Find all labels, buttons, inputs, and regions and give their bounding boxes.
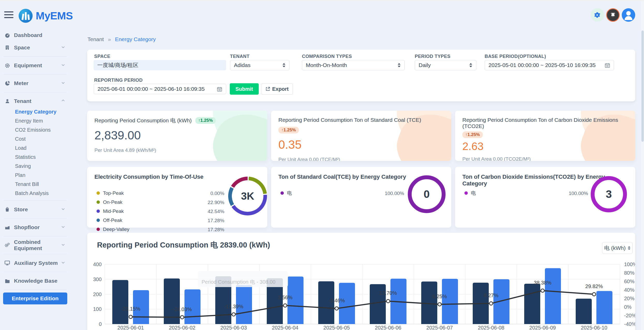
legend-pct: 17.28% bbox=[208, 227, 224, 233]
brand-logo[interactable]: MyEMS bbox=[19, 9, 73, 23]
donut-center-value: 3 bbox=[595, 180, 623, 208]
kpi-title: Reporting Period Consumption Ton of Carb… bbox=[462, 117, 628, 129]
sidebar-item-saving[interactable]: Saving bbox=[0, 162, 70, 171]
svg-text:2025-06-02: 2025-06-02 bbox=[169, 325, 195, 330]
legend-item-electricity[interactable]: 电100.00% bbox=[464, 189, 588, 198]
legend-item-deep-valley[interactable]: Deep-Valley17.28% bbox=[97, 225, 224, 234]
svg-text:2025-06-09: 2025-06-09 bbox=[529, 325, 556, 330]
kpi-value: 2.63 bbox=[462, 140, 628, 153]
svg-text:-24.03%: -24.03% bbox=[173, 306, 192, 312]
svg-text:60%: 60% bbox=[624, 279, 634, 284]
reporting-period-value: 2025-06-01 00:00:00 ~ 2025-06-10 16:09:3… bbox=[98, 86, 205, 92]
gear-icon bbox=[594, 12, 601, 18]
sidebar-item-combined-equipment[interactable]: Combined Equipment bbox=[0, 239, 70, 251]
legend-pct: 42.54% bbox=[208, 209, 224, 214]
sidebar-item-shopfloor[interactable]: Shopfloor bbox=[0, 221, 70, 234]
period-types-select[interactable]: Daily bbox=[415, 60, 476, 70]
kpi-badge: ↑1.25% bbox=[278, 127, 299, 133]
gears-icon bbox=[4, 242, 10, 248]
chevron-down-icon bbox=[61, 81, 65, 86]
legend-item-mid-peak[interactable]: Mid-Peak42.54% bbox=[97, 207, 224, 216]
legend-label: On-Peak bbox=[103, 199, 122, 205]
legend-dot bbox=[97, 191, 100, 195]
svg-text:2025-06-01: 2025-06-01 bbox=[117, 325, 144, 330]
scrollbar-track[interactable] bbox=[641, 0, 644, 330]
sidebar-divider bbox=[4, 218, 67, 219]
sidebar-item-statistics[interactable]: Statistics bbox=[0, 153, 70, 162]
export-button[interactable]: Export bbox=[261, 83, 293, 95]
monitor-icon bbox=[4, 260, 10, 266]
breadcrumb-energy-category[interactable]: Energy Category bbox=[115, 36, 156, 42]
legend-item-on-peak[interactable]: On-Peak22.90% bbox=[97, 198, 224, 207]
sidebar-item-space[interactable]: Space bbox=[0, 41, 70, 54]
svg-text:200: 200 bbox=[93, 291, 102, 297]
brand-name: MyEMS bbox=[36, 10, 73, 22]
legend-item-electricity[interactable]: 电100.00% bbox=[280, 189, 404, 198]
sidebar-item-cost[interactable]: Cost bbox=[0, 134, 70, 144]
kpi-card-electricity: Reporting Period Consumption 电 (kWh) ↑1.… bbox=[87, 111, 267, 161]
chevron-down-icon bbox=[61, 207, 65, 212]
sidebar-item-energy-item[interactable]: Energy Item bbox=[0, 116, 70, 125]
consumption-bar-chart[interactable]: 0100200300400100%80%60%40%20%0%-20%-40%2… bbox=[87, 233, 635, 330]
sidebar-item-label: Tenant bbox=[14, 98, 61, 104]
enterprise-edition-button[interactable]: Enterprise Edition bbox=[3, 292, 67, 304]
user-avatar[interactable] bbox=[622, 8, 635, 22]
comparison-types-select[interactable]: Month-On-Month bbox=[302, 60, 405, 70]
svg-text:38.38%: 38.38% bbox=[534, 280, 551, 286]
tce-donut-chart[interactable]: 0 bbox=[408, 175, 446, 213]
legend-dot bbox=[97, 219, 100, 222]
sidebar-item-co2-emissions[interactable]: CO2 Emissions bbox=[0, 125, 70, 134]
sidebar-item-store[interactable]: Store bbox=[0, 203, 70, 216]
sidebar-item-load[interactable]: Load bbox=[0, 144, 70, 153]
svg-text:0: 0 bbox=[99, 321, 102, 327]
sidebar-item-tenant-bill[interactable]: Tenant Bill bbox=[0, 180, 70, 189]
settings-button[interactable] bbox=[591, 8, 604, 22]
legend-item-top-peak[interactable]: Top-Peak0.00% bbox=[97, 189, 224, 198]
sidebar-item-batch-analysis[interactable]: Batch Analysis bbox=[0, 189, 70, 198]
reporting-period-input[interactable]: 2025-06-01 00:00:00 ~ 2025-06-10 16:09:3… bbox=[94, 84, 226, 94]
period-types-value: Daily bbox=[419, 62, 431, 68]
kpi-title: Reporting Period Consumption 电 (kWh) bbox=[94, 117, 192, 124]
filter-panel: SPACE 一度城/商场/租区 TENANT Adidas COMPARISON… bbox=[87, 50, 635, 101]
user-avatar-icon bbox=[622, 8, 635, 22]
factory-icon bbox=[4, 225, 10, 230]
svg-text:100: 100 bbox=[93, 306, 102, 312]
legend-dot bbox=[97, 200, 100, 204]
sidebar-item-plan[interactable]: Plan bbox=[0, 171, 70, 180]
base-period-input[interactable]: 2025-05-01 00:00:00 ~ 2025-05-10 16:09:3… bbox=[485, 60, 614, 70]
sidebar-item-auxiliary-system[interactable]: Auxiliary System bbox=[0, 257, 70, 269]
svg-text:80%: 80% bbox=[624, 270, 634, 276]
svg-text:-17.39%: -17.39% bbox=[224, 304, 243, 309]
svg-text:300: 300 bbox=[93, 276, 102, 282]
sidebar-item-dashboard[interactable]: Dashboard bbox=[0, 29, 70, 41]
chevron-down-icon bbox=[61, 45, 65, 50]
tenant-select[interactable]: Adidas bbox=[230, 60, 290, 70]
sidebar-divider bbox=[4, 290, 67, 290]
hamburger-menu-icon[interactable] bbox=[4, 11, 13, 19]
breadcrumb-tenant[interactable]: Tenant bbox=[87, 36, 104, 42]
legend-dot bbox=[464, 191, 468, 195]
time-of-use-donut-chart[interactable]: 3K bbox=[228, 177, 267, 215]
sidebar-item-equipment[interactable]: Equipment bbox=[0, 59, 70, 72]
chevron-down-icon bbox=[61, 243, 65, 248]
reporting-period-label: REPORTING PERIOD bbox=[94, 78, 143, 83]
scrollbar-thumb[interactable] bbox=[641, 31, 644, 142]
submit-button[interactable]: Submit bbox=[230, 83, 259, 95]
person-icon bbox=[4, 99, 10, 104]
donut-cards-row: Electricity Consumption by Time-Of-Use T… bbox=[87, 167, 635, 228]
sidebar-item-tenant[interactable]: Tenant bbox=[0, 95, 70, 107]
legend-dot bbox=[97, 209, 100, 213]
svg-text:2025-06-06: 2025-06-06 bbox=[375, 325, 401, 330]
tco2e-donut-chart[interactable]: 3 bbox=[591, 176, 627, 212]
legend-item-off-peak[interactable]: Off-Peak17.28% bbox=[97, 216, 224, 225]
svg-text:6.25%: 6.25% bbox=[432, 294, 447, 299]
base-period-label: BASE PERIOD(OPTIONAL) bbox=[485, 54, 546, 59]
legend-pct: 0.00% bbox=[210, 191, 224, 196]
notifications-button[interactable] bbox=[606, 8, 620, 22]
sidebar-item-meter[interactable]: Meter bbox=[0, 77, 70, 89]
kpi-value: 0.35 bbox=[278, 138, 444, 152]
chevron-down-icon bbox=[61, 260, 65, 266]
space-input[interactable]: 一度城/商场/租区 bbox=[94, 60, 226, 70]
sidebar-item-energy-category[interactable]: Energy Category bbox=[0, 107, 70, 116]
sidebar-item-knowledge-base[interactable]: Knowledge Base bbox=[0, 275, 70, 287]
